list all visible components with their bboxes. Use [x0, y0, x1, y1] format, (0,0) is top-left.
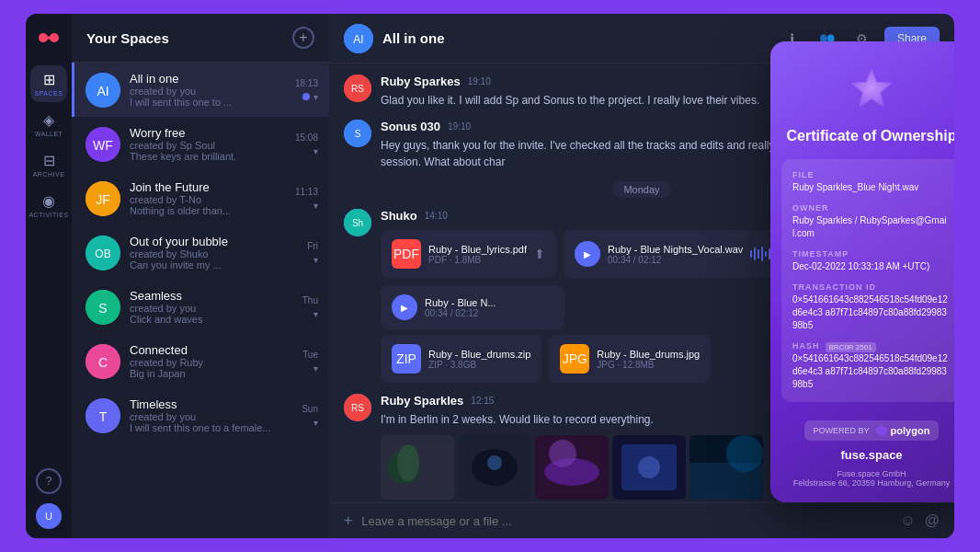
svg-text:S: S: [98, 300, 107, 315]
space-name-4: Out of your bubble: [130, 235, 298, 248]
space-avatar-7: T: [85, 398, 120, 433]
space-item-4[interactable]: OB Out of your bubble created by Shuko C…: [72, 225, 329, 280]
help-button[interactable]: ?: [36, 468, 62, 494]
spaces-icon: ⊞: [43, 71, 55, 88]
file-card-jpg[interactable]: JPG Ruby - Blue_drums.jpg JPG · 12.8MB: [549, 335, 711, 383]
svg-text:C: C: [98, 354, 108, 369]
space-info-5: Seamless created by you Click and waves: [130, 289, 293, 325]
nav-item-wallet[interactable]: ◈ WALLET: [30, 106, 67, 143]
mention-button[interactable]: @: [925, 512, 940, 529]
cert-value-file: Ruby Sparkles_Blue Night.wav: [792, 181, 951, 194]
space-meta-6: Tue ▾: [302, 350, 318, 374]
space-item-6[interactable]: C Connected created by Ruby Big in Japan…: [72, 334, 329, 388]
nav-item-activities[interactable]: ◉ ACTIVITIES: [30, 187, 67, 224]
space-meta-4: Fri ▾: [307, 241, 318, 265]
thumb-2[interactable]: [458, 435, 531, 500]
cert-label-hash: HASH: [792, 341, 820, 351]
audio-card-2[interactable]: ▶ Ruby - Blue N... 00:34 / 02:12: [381, 285, 564, 329]
chevron-icon-5: ▾: [313, 309, 318, 319]
thumb-4[interactable]: [612, 435, 686, 500]
play-button-1[interactable]: ▶: [575, 241, 600, 267]
cert-badge-icon: [844, 63, 899, 119]
polygon-logo: polygon: [875, 424, 930, 437]
svg-text:RS: RS: [351, 84, 364, 94]
audio-duration-2: 00:34 / 02:12: [425, 308, 553, 318]
cert-company: Fuse.space GmbH Feldstrasse 66, 20359 Ha…: [793, 469, 951, 488]
bottom-nav: ? U: [36, 468, 62, 529]
svg-text:RS: RS: [351, 403, 364, 413]
emoji-button[interactable]: ☺: [900, 512, 915, 529]
space-time-6: Tue: [302, 350, 318, 360]
thumb-1[interactable]: [381, 435, 454, 500]
logo[interactable]: [34, 23, 63, 52]
space-name-3: Join the Future: [130, 180, 286, 194]
sidebar-title: Your Spaces: [86, 30, 169, 46]
space-sub-3: created by T-No: [130, 194, 286, 205]
space-item-2[interactable]: WF Worry free created by Sp Soul These k…: [72, 117, 329, 171]
space-actions-1: ▾: [302, 92, 318, 102]
play-button-2[interactable]: ▶: [392, 294, 417, 320]
nav-item-spaces[interactable]: ⊞ SPACES: [30, 65, 67, 102]
space-item-5[interactable]: S Seamless created by you Click and wave…: [72, 280, 329, 334]
space-avatar-1: AI: [85, 73, 120, 108]
space-avatar-6: C: [85, 344, 120, 379]
cert-header: Certificate of Ownership: [770, 41, 954, 159]
file-card-pdf[interactable]: PDF Ruby - Blue_lyrics.pdf PDF · 1.8MB ⬆: [381, 230, 556, 278]
user-avatar[interactable]: U: [36, 503, 62, 529]
space-sub-2: created by Sp Soul: [130, 140, 286, 151]
space-info-6: Connected created by Ruby Big in Japan: [130, 343, 293, 379]
cert-label-txid: TRANSACTION ID: [792, 282, 951, 292]
space-preview-1: I will sent this one to ...: [130, 97, 286, 108]
attach-button[interactable]: +: [344, 512, 352, 529]
svg-point-38: [638, 456, 660, 478]
svg-marker-44: [876, 425, 887, 436]
space-item-1[interactable]: AI All in one created by you I will sent…: [72, 63, 329, 117]
certificate-card: Certificate of Ownership FILE Ruby Spark…: [770, 41, 954, 502]
nav-item-archive[interactable]: ⊟ ARCHIVE: [30, 146, 67, 183]
chevron-icon-4: ▾: [313, 255, 318, 265]
msg-avatar-ruby2: RS: [344, 394, 371, 421]
message-input[interactable]: [361, 514, 891, 528]
date-pill: Monday: [612, 181, 670, 198]
powered-by-badge: POWERED BY polygon: [804, 420, 940, 441]
nav-label-spaces: SPACES: [35, 90, 63, 97]
chevron-icon-6: ▾: [313, 363, 318, 374]
space-avatar-4: OB: [85, 236, 120, 270]
space-preview-4: Can you invite my ...: [130, 259, 298, 270]
space-time-7: Sun: [302, 404, 318, 414]
add-space-button[interactable]: +: [292, 27, 314, 49]
thumb-3[interactable]: [535, 435, 609, 500]
unread-dot-1: [302, 93, 310, 100]
thumb-5[interactable]: [689, 435, 763, 500]
cert-value-txid: 0×541661643c882546518c54fd09e12d6e4c3 a8…: [792, 293, 951, 332]
space-item-3[interactable]: JF Join the Future created by T-No Nothi…: [72, 171, 329, 225]
chevron-icon-2: ▾: [313, 146, 318, 156]
space-name-5: Seamless: [130, 289, 293, 303]
audio-duration-1: 00:34 / 02:12: [608, 255, 743, 265]
space-preview-2: These keys are brilliant.: [130, 151, 286, 162]
nav-label-archive: ARCHIVE: [33, 171, 65, 178]
space-meta-1: 18:13 ▾: [295, 78, 318, 102]
file-name-pdf: Ruby - Blue_lyrics.pdf: [428, 244, 527, 255]
zip-file-icon: ZIP: [392, 344, 421, 374]
space-sub-7: created by you: [130, 411, 292, 422]
svg-point-29: [397, 444, 419, 481]
cert-field-timestamp: TIMESTAMP Dec-02-2022 10:33:18 AM +UTC): [792, 249, 951, 273]
msg-time-1: 19:10: [468, 76, 491, 86]
sidebar-header: Your Spaces +: [72, 14, 329, 63]
msg-time-shuko: 14:10: [425, 211, 448, 221]
msg-avatar-2: S: [344, 120, 371, 147]
audio-card-1[interactable]: ▶ Ruby - Blue Nights_Vocal.wav 00:34 / 0…: [564, 230, 789, 278]
msg-author-2: Sonus 030: [381, 120, 440, 133]
space-sub-5: created by you: [130, 303, 293, 314]
space-name-1: All in one: [130, 72, 286, 86]
nav-label-wallet: WALLET: [35, 131, 63, 137]
file-card-zip[interactable]: ZIP Ruby - Blue_drums.zip ZIP · 3.8GB: [381, 335, 541, 383]
cert-label-file: FILE: [792, 170, 951, 179]
file-name-jpg: Ruby - Blue_drums.jpg: [597, 349, 700, 360]
audio-name-2: Ruby - Blue N...: [425, 297, 553, 308]
upload-icon: ⬆: [534, 247, 545, 261]
space-item-7[interactable]: T Timeless created by you I will sent th…: [72, 388, 329, 443]
svg-point-35: [549, 440, 576, 467]
input-area: + ☺ @: [329, 502, 954, 538]
